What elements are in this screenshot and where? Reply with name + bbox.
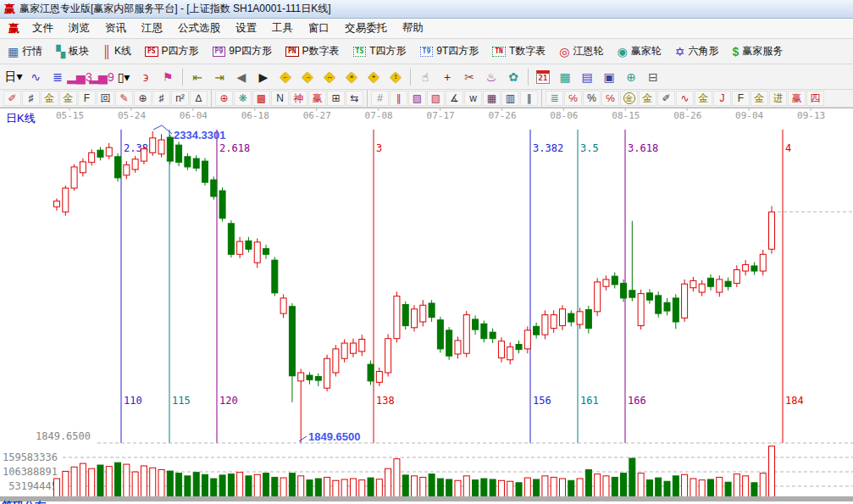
candlestick[interactable] [150,138,156,152]
candlestick[interactable] [699,284,705,292]
ray-fan-button[interactable]: ∥ [390,91,407,106]
candlestick[interactable] [534,326,540,335]
candlestick[interactable] [237,241,243,254]
candlestick[interactable] [682,284,688,318]
candlestick[interactable] [412,309,418,328]
blue-grid-button[interactable]: ▥ [501,91,519,106]
candlestick[interactable] [246,241,252,249]
volume-bar[interactable] [769,446,775,499]
window-grid-button[interactable]: # [371,91,389,106]
candlestick[interactable] [350,343,356,353]
candlestick[interactable] [97,150,103,157]
volume-bar[interactable] [673,476,679,499]
candlestick[interactable] [315,377,321,381]
stat-list-button[interactable]: ≣ [546,91,563,106]
candlestick[interactable] [621,283,627,297]
candlestick[interactable] [106,147,112,156]
gann-diamond-close-button[interactable]: ◆× [341,67,362,87]
printer-button[interactable]: ⊟ [643,67,663,87]
number-grid-button[interactable]: ⊞ [327,91,345,106]
gold-lines-button[interactable]: 金 [639,91,656,106]
candlestick[interactable] [577,312,583,324]
candlestick[interactable] [211,180,217,197]
volume-bar[interactable] [246,476,252,499]
candlestick[interactable] [717,280,723,292]
volume-bar[interactable] [150,468,156,499]
menu-item-文件[interactable]: 文件 [25,20,61,36]
magic-tool-button[interactable]: ♨ [481,67,501,87]
volume-bar[interactable] [141,466,147,499]
menu-item-设置[interactable]: 设置 [228,20,264,36]
starburst-tool-button[interactable]: ❋ [234,91,252,106]
volume-bar[interactable] [89,468,95,499]
volume-bar[interactable] [612,477,618,499]
candlestick[interactable] [646,293,652,300]
candlestick[interactable] [193,158,199,168]
candlestick[interactable] [385,339,391,373]
volume-bar[interactable] [646,480,652,499]
toolbar-button-江恩轮[interactable]: ◎江恩轮 [555,42,607,60]
span-measure-button[interactable]: ⇆ [346,91,363,106]
menu-item-交易委托[interactable]: 交易委托 [337,20,395,36]
candlestick[interactable] [725,281,731,286]
candlestick[interactable] [603,280,609,286]
draw-pencil-button[interactable]: ✐ [3,91,21,106]
menu-item-公式选股[interactable]: 公式选股 [170,20,228,36]
volume-bar[interactable] [412,476,418,499]
toolbar-button-六角形[interactable]: ✡六角形 [671,42,723,60]
candlestick[interactable] [324,358,330,388]
volume-bar[interactable] [760,474,766,499]
color-histogram-button[interactable]: ⚑ [158,67,178,87]
volume-bar[interactable] [455,480,461,499]
wave-tool-button[interactable]: w [464,91,482,106]
trend-curve-button[interactable]: ∿ [25,67,46,87]
candlestick[interactable] [132,159,138,169]
toolbar-button-9T四方形[interactable]: T99T四方形 [416,42,484,60]
candlestick[interactable] [341,343,347,358]
volume-bar[interactable] [524,478,530,499]
menu-item-工具[interactable]: 工具 [264,20,301,36]
volume-bar[interactable] [263,474,269,499]
winner-angle-button[interactable]: 赢 [788,91,806,106]
volume-bar[interactable] [385,468,391,499]
toolbar-button-赢家服务[interactable]: $赢家服务 [728,42,787,60]
volume-bar[interactable] [97,465,103,499]
candlestick[interactable] [289,307,295,376]
volume-bar[interactable] [664,481,670,499]
volume-bar[interactable] [202,474,208,499]
candlestick[interactable] [263,248,269,254]
volume-bar[interactable] [132,472,138,499]
notepad-button[interactable]: ▤ [577,67,597,87]
candlestick[interactable] [333,349,339,373]
volume-bar[interactable] [333,480,339,499]
volume-bar[interactable] [298,476,304,499]
toolbar-button-K线[interactable]: ║K线 [98,42,136,60]
candlestick[interactable] [751,266,757,271]
toolbar-button-行情[interactable]: ▦行情 [3,42,47,60]
candlestick[interactable] [542,315,548,335]
jump-last-button[interactable]: ⇥ [209,67,230,87]
volume-bar[interactable] [376,479,382,499]
volume-bar[interactable] [359,480,365,499]
candle-pencil-button[interactable]: ✐ [657,91,675,106]
candlestick[interactable] [63,188,69,212]
jump-first-button[interactable]: ⇤ [187,67,208,87]
gann-diamond-left-button[interactable]: ◆← [275,67,296,87]
volume-bar[interactable] [237,473,243,499]
info-list-button[interactable]: ≣ [47,67,68,87]
volume-bar[interactable] [350,479,356,499]
candlestick[interactable] [463,315,469,354]
volume-bar[interactable] [473,480,479,499]
volume-bar[interactable] [690,479,696,499]
j-angle-button[interactable]: J [713,91,731,106]
volume-bar[interactable] [63,471,69,499]
volume-bar[interactable] [577,479,583,499]
volume-bar[interactable] [699,480,705,499]
four-angle-button[interactable]: 四 [806,91,824,106]
volume-bar[interactable] [656,478,662,499]
menu-item-资讯[interactable]: 资讯 [97,20,134,36]
red-grid-button[interactable]: ▦ [483,91,501,106]
minor-cycle-9-button[interactable]: ▂▅9 [91,67,112,87]
candlestick[interactable] [71,167,77,188]
volume-bar[interactable] [534,479,540,499]
